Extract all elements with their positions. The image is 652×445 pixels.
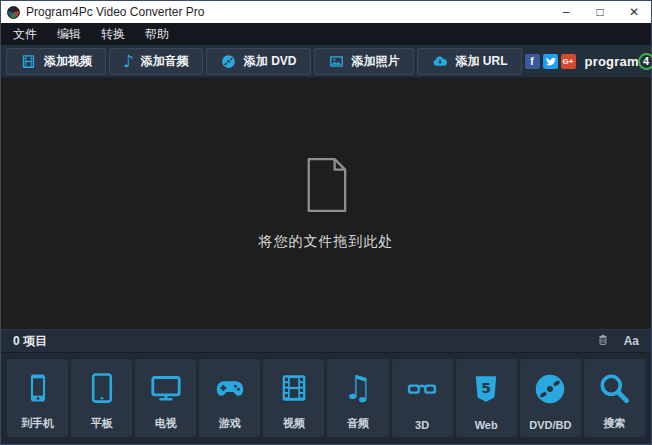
dock-tile-label: 游戏	[219, 416, 241, 431]
trash-icon[interactable]	[596, 332, 610, 351]
disc-icon	[532, 359, 568, 419]
photo-icon	[328, 53, 345, 70]
window-controls: – □ ✕	[549, 1, 651, 23]
dock-tile-tv[interactable]: 电视	[135, 359, 196, 437]
window-title: Program4Pc Video Converter Pro	[26, 5, 205, 19]
social-links: f G+	[525, 54, 576, 69]
dock-tile-label: DVD/BD	[529, 419, 571, 431]
add-photos-label: 添加照片	[352, 53, 400, 70]
font-size-icon[interactable]: Aa	[624, 334, 639, 348]
statusbar: 0 项目 Aa	[1, 329, 651, 352]
gamepad-icon	[211, 359, 249, 416]
add-url-label: 添加 URL	[456, 53, 508, 70]
dock-tile-games[interactable]: 游戏	[199, 359, 260, 437]
film-strip-icon	[20, 53, 37, 70]
music-note-icon: ♪	[123, 53, 134, 70]
search-icon	[596, 359, 632, 416]
dock-tile-label: 搜索	[603, 416, 625, 431]
menu-edit[interactable]: 编辑	[47, 23, 91, 45]
film-strip-icon	[277, 359, 311, 416]
dock-tile-label: 视频	[283, 416, 305, 431]
add-url-button[interactable]: 添加 URL	[417, 48, 522, 75]
dock-tile-label: 电视	[155, 416, 177, 431]
dock-tile-label: 到手机	[21, 416, 54, 431]
add-audio-button[interactable]: ♪ 添加音频	[109, 48, 203, 75]
dock-tile-video[interactable]: 视频	[263, 359, 324, 437]
menu-file[interactable]: 文件	[3, 23, 47, 45]
app-logo-icon	[7, 6, 20, 19]
menu-convert[interactable]: 转换	[91, 23, 135, 45]
dock-tile-label: 3D	[415, 419, 429, 431]
dock-tile-audio[interactable]: ♫ 音频	[327, 359, 388, 437]
drop-zone-message: 将您的文件拖到此处	[259, 233, 394, 251]
add-audio-label: 添加音频	[141, 53, 189, 70]
document-icon	[303, 157, 349, 217]
add-dvd-label: 添加 DVD	[244, 53, 297, 70]
3d-glasses-icon	[402, 359, 442, 419]
dock-tile-web[interactable]: 5 Web	[456, 359, 517, 437]
program4pc-logo: program 4 pc	[585, 53, 652, 70]
add-video-button[interactable]: 添加视频	[6, 48, 106, 75]
dock-tile-search[interactable]: 搜索	[584, 359, 645, 437]
tablet-icon	[85, 359, 119, 416]
dock-tile-dvd[interactable]: DVD/BD	[520, 359, 581, 437]
add-dvd-button[interactable]: 添加 DVD	[206, 48, 311, 75]
dock-tile-label: 音频	[347, 416, 369, 431]
phone-icon	[21, 359, 55, 416]
items-count: 0 项目	[13, 333, 47, 350]
logo-text-pre: program	[585, 54, 639, 69]
file-drop-zone[interactable]: 将您的文件拖到此处	[1, 78, 651, 329]
music-notes-icon: ♫	[343, 359, 373, 416]
statusbar-actions: Aa	[596, 332, 639, 351]
app-window: Program4Pc Video Converter Pro – □ ✕ 文件 …	[0, 0, 652, 445]
facebook-icon[interactable]: f	[525, 54, 540, 69]
html5-icon: 5	[470, 359, 502, 419]
close-button[interactable]: ✕	[617, 1, 651, 23]
logo-circled-4: 4	[638, 53, 652, 70]
cloud-download-icon	[431, 53, 449, 70]
add-video-label: 添加视频	[44, 53, 92, 70]
dock-tile-phone[interactable]: 到手机	[7, 359, 68, 437]
tv-icon	[148, 359, 184, 416]
dock-tile-label: Web	[475, 419, 498, 431]
dock-tile-tablet[interactable]: 平板	[71, 359, 132, 437]
menubar: 文件 编辑 转换 帮助	[1, 23, 651, 45]
add-photos-button[interactable]: 添加照片	[314, 48, 414, 75]
menu-help[interactable]: 帮助	[135, 23, 179, 45]
titlebar: Program4Pc Video Converter Pro – □ ✕	[1, 1, 651, 23]
maximize-button[interactable]: □	[583, 1, 617, 23]
google-plus-icon[interactable]: G+	[561, 54, 576, 69]
svg-text:5: 5	[481, 380, 491, 396]
twitter-icon[interactable]	[543, 54, 558, 69]
toolbar: 添加视频 ♪ 添加音频 添加 DVD	[1, 45, 651, 78]
minimize-button[interactable]: –	[549, 1, 583, 23]
output-format-dock: 到手机 平板 电视	[1, 352, 651, 444]
dock-tile-3d[interactable]: 3D	[392, 359, 453, 437]
disc-icon	[220, 53, 237, 70]
dock-tile-label: 平板	[91, 416, 113, 431]
